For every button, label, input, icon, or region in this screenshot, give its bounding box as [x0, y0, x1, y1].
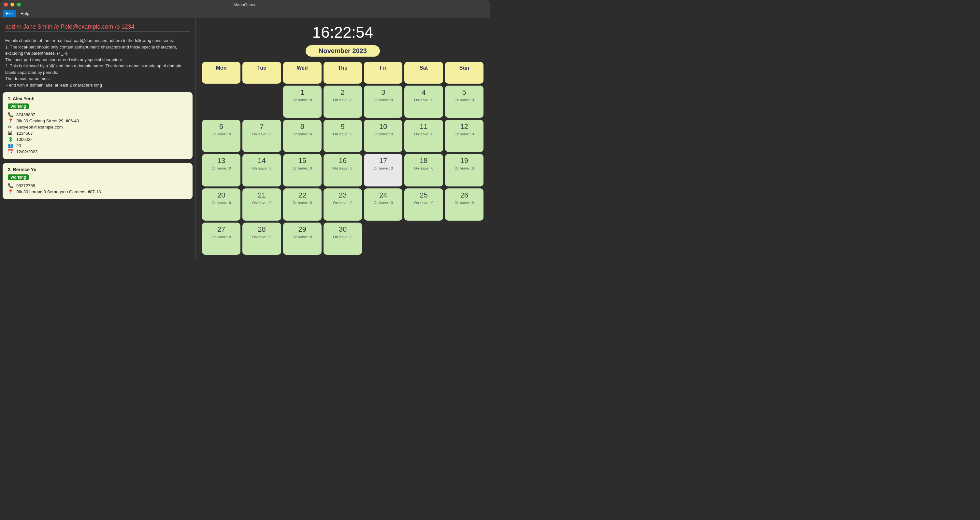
day-number: 18 [420, 157, 428, 165]
menu-file[interactable]: File [3, 10, 16, 17]
on-leave-label: On leave : 0 [252, 201, 271, 205]
command-input[interactable] [5, 24, 190, 32]
on-leave-label: On leave : 0 [374, 166, 393, 170]
clock-display: 16:22:54 [202, 24, 484, 41]
error-message: Emails should be of the format local-par… [5, 38, 181, 87]
day-cell[interactable]: 2On leave : 0 [323, 86, 362, 118]
phone-icon: 📞 [8, 112, 14, 117]
day-cell[interactable]: 11On leave : 0 [404, 120, 443, 152]
on-leave-label: On leave : 0 [333, 235, 352, 239]
day-cell[interactable]: 19On leave : 0 [445, 154, 484, 186]
bank-icon: 🏛 [8, 130, 14, 136]
day-cell[interactable]: 1On leave : 0 [283, 86, 321, 118]
day-header-thu: Thu [323, 62, 362, 84]
employee-phone-row: 📞 99272758 [8, 183, 187, 188]
on-leave-label: On leave : 0 [252, 132, 271, 136]
day-cell[interactable]: 27On leave : 0 [202, 223, 240, 255]
day-number: 7 [260, 122, 264, 131]
day-cell-empty [364, 223, 402, 255]
day-cell[interactable]: 30On leave : 0 [323, 223, 362, 255]
day-cell[interactable]: 29On leave : 0 [283, 223, 321, 255]
day-cell[interactable]: 22On leave : 0 [283, 189, 321, 220]
on-leave-label: On leave : 0 [293, 201, 312, 205]
day-header-sun: Sun [445, 62, 484, 84]
day-cell[interactable]: 20On leave : 0 [202, 189, 240, 220]
day-number: 27 [217, 225, 225, 234]
day-cell[interactable]: 15On leave : 0 [283, 154, 321, 186]
on-leave-label: On leave : 0 [374, 132, 393, 136]
day-number: 22 [298, 191, 306, 200]
day-cell[interactable]: 23On leave : 0 [323, 189, 362, 220]
employee-name: 2. Bernice Yu [8, 167, 187, 172]
day-number: 11 [420, 122, 428, 131]
day-cell[interactable]: 10On leave : 0 [364, 120, 402, 152]
status-badge: Working [8, 174, 29, 180]
employee-address-row: 📍 Blk 30 Geylang Street 29, #06-40 [8, 118, 187, 123]
day-cell[interactable]: 4On leave : 0 [404, 86, 443, 118]
close-button[interactable] [4, 3, 8, 6]
day-cell[interactable]: 13On leave : 0 [202, 154, 240, 186]
day-number: 16 [339, 157, 347, 165]
day-number: 20 [217, 191, 225, 200]
day-number: 14 [258, 157, 266, 165]
employee-address: Blk 30 Lorong 3 Serangoon Gardens, #07-1… [16, 189, 101, 194]
minimize-button[interactable] [10, 3, 14, 6]
day-number: 1 [301, 88, 304, 97]
address-icon: 📍 [8, 189, 14, 194]
day-cell[interactable]: 28On leave : 0 [242, 223, 281, 255]
on-leave-label: On leave : 0 [293, 166, 312, 170]
menu-help[interactable]: Help [17, 10, 33, 17]
employee-email: alexyeoh@example.com [16, 125, 63, 130]
on-leave-label: On leave : 0 [333, 201, 352, 205]
employee-list: 1. Alex Yeoh Working 📞 87438807 📍 Blk 30… [0, 92, 195, 260]
day-number: 5 [462, 88, 466, 97]
on-leave-label: On leave : 0 [374, 201, 393, 205]
day-cell[interactable]: 6On leave : 0 [202, 120, 240, 152]
left-panel: Emails should be of the format local-par… [0, 18, 196, 260]
main-layout: Emails should be of the format local-par… [0, 18, 490, 260]
employee-dob: 12/02/2023 [16, 149, 37, 154]
day-cell[interactable]: 25On leave : 0 [404, 189, 443, 220]
day-number: 25 [420, 191, 428, 200]
day-header-sat: Sat [404, 62, 443, 84]
command-input-area [0, 18, 195, 35]
employee-phone: 99272758 [16, 183, 35, 188]
day-cell-today[interactable]: 17On leave : 0 [364, 154, 402, 186]
day-number: 21 [258, 191, 266, 200]
day-cell[interactable]: 26On leave : 0 [445, 189, 484, 220]
on-leave-label: On leave : 0 [455, 166, 474, 170]
right-panel: 16:22:54 November 2023 Mon Tue Wed Thu F… [196, 18, 490, 260]
money-icon: 💲 [8, 137, 14, 142]
day-cell[interactable]: 12On leave : 0 [445, 120, 484, 152]
on-leave-label: On leave : 0 [212, 201, 231, 205]
day-cell[interactable]: 5On leave : 0 [445, 86, 484, 118]
day-cell[interactable]: 7On leave : 0 [242, 120, 281, 152]
maximize-button[interactable] [17, 3, 21, 6]
employee-id-row: 🏛 1234567 [8, 130, 187, 136]
day-number: 28 [258, 225, 266, 234]
day-number: 10 [379, 122, 387, 131]
day-header-fri: Fri [364, 62, 402, 84]
employee-email-row: ✉ alexyeoh@example.com [8, 124, 187, 130]
phone-icon: 📞 [8, 183, 14, 188]
on-leave-label: On leave : 0 [212, 166, 231, 170]
on-leave-label: On leave : 0 [212, 235, 231, 239]
day-cell[interactable]: 8On leave : 0 [283, 120, 321, 152]
day-number: 24 [379, 191, 387, 200]
day-cell[interactable]: 21On leave : 0 [242, 189, 281, 220]
day-cell[interactable]: 14On leave : 0 [242, 154, 281, 186]
employee-phone-row: 📞 87438807 [8, 112, 187, 117]
day-cell[interactable]: 18On leave : 0 [404, 154, 443, 186]
day-number: 3 [381, 88, 385, 97]
day-cell-empty [445, 223, 484, 255]
on-leave-label: On leave : 0 [252, 166, 271, 170]
on-leave-label: On leave : 0 [333, 132, 352, 136]
on-leave-label: On leave : 0 [455, 132, 474, 136]
day-cell[interactable]: 24On leave : 0 [364, 189, 402, 220]
day-cell[interactable]: 16On leave : 0 [323, 154, 362, 186]
day-number: 29 [298, 225, 306, 234]
employee-id: 1234567 [16, 131, 33, 136]
on-leave-label: On leave : 0 [333, 166, 352, 170]
day-cell[interactable]: 3On leave : 0 [364, 86, 402, 118]
day-cell[interactable]: 9On leave : 0 [323, 120, 362, 152]
